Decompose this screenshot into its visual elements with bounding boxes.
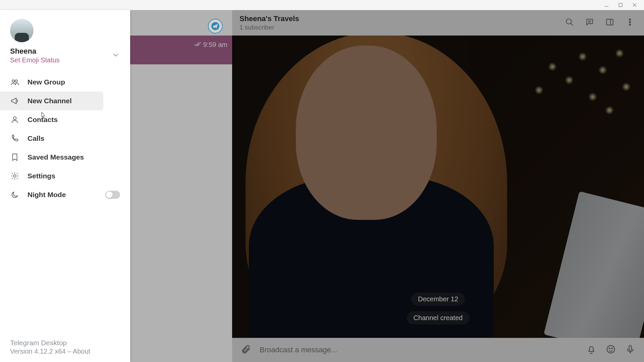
side-panel-button[interactable] bbox=[603, 16, 616, 29]
menu-calls-label: Calls bbox=[28, 134, 44, 142]
menu-saved-label: Saved Messages bbox=[28, 153, 84, 161]
menu-new-group[interactable]: New Group bbox=[0, 73, 130, 92]
microphone-icon bbox=[625, 344, 635, 356]
drawer-footer: Telegram Desktop Version 4.12.2 x64 – Ab… bbox=[0, 339, 130, 362]
channel-avatar-badge bbox=[208, 19, 223, 34]
menu-calls[interactable]: Calls bbox=[0, 129, 130, 148]
gear-icon bbox=[10, 171, 19, 181]
chat-bubble-icon bbox=[585, 18, 594, 28]
svg-rect-21 bbox=[629, 346, 632, 351]
svg-point-17 bbox=[629, 24, 631, 25]
system-message: Channel created bbox=[407, 311, 470, 324]
attach-button[interactable] bbox=[240, 344, 252, 356]
svg-rect-1 bbox=[619, 3, 622, 7]
svg-line-10 bbox=[571, 23, 573, 25]
app-name-label: Telegram Desktop bbox=[10, 339, 120, 347]
megaphone-icon bbox=[10, 96, 19, 106]
moon-icon bbox=[10, 190, 19, 199]
svg-point-8 bbox=[13, 175, 16, 177]
menu-saved-messages[interactable]: Saved Messages bbox=[0, 148, 130, 167]
night-mode-toggle[interactable] bbox=[105, 191, 120, 199]
menu-new-channel[interactable]: New Channel bbox=[0, 92, 103, 110]
svg-point-16 bbox=[629, 21, 631, 23]
date-pill: December 12 bbox=[411, 293, 465, 306]
menu-settings[interactable]: Settings bbox=[0, 167, 130, 185]
chat-subtitle: 1 subscriber bbox=[239, 24, 299, 31]
account-expand-button[interactable] bbox=[111, 51, 120, 61]
kebab-icon bbox=[626, 18, 634, 28]
window-titlebar bbox=[0, 0, 644, 10]
smile-icon bbox=[606, 344, 616, 356]
panel-icon bbox=[605, 18, 614, 28]
set-emoji-status-link[interactable]: Set Emoji Status bbox=[10, 56, 60, 64]
svg-point-18 bbox=[607, 346, 615, 353]
user-avatar[interactable] bbox=[10, 19, 34, 42]
window-close-button[interactable] bbox=[632, 2, 637, 8]
search-button[interactable] bbox=[563, 16, 576, 29]
chat-title: Sheena's Travels bbox=[239, 14, 299, 23]
menu-new-channel-label: New Channel bbox=[28, 97, 72, 105]
menu-contacts-label: Contacts bbox=[28, 116, 58, 124]
read-ticks-icon bbox=[194, 40, 201, 49]
chat-background: December 12 Channel created bbox=[232, 36, 644, 338]
drawer-menu: New Group New Channel Contacts Calls Sav… bbox=[0, 73, 130, 204]
window-minimize-button[interactable] bbox=[604, 2, 609, 8]
chat-header[interactable]: Sheena's Travels 1 subscriber bbox=[232, 10, 644, 36]
main-menu-drawer: Sheena Set Emoji Status New Group New Ch… bbox=[0, 10, 130, 362]
svg-point-9 bbox=[566, 19, 571, 24]
notifications-button[interactable] bbox=[586, 344, 597, 356]
menu-night-mode[interactable]: Night Mode bbox=[0, 185, 130, 204]
app-version-label[interactable]: Version 4.12.2 x64 – About bbox=[10, 348, 120, 355]
more-button[interactable] bbox=[623, 16, 637, 29]
group-icon bbox=[10, 77, 19, 87]
svg-rect-13 bbox=[606, 19, 613, 25]
chat-row-time: 9:59 am bbox=[194, 40, 227, 49]
user-name: Sheena bbox=[10, 47, 60, 56]
svg-point-15 bbox=[629, 19, 631, 20]
app-window: 9:59 am Sheena Set Emoji Status bbox=[0, 0, 644, 362]
svg-point-5 bbox=[12, 80, 14, 82]
window-maximize-button[interactable] bbox=[618, 2, 623, 8]
bell-icon bbox=[586, 344, 596, 356]
menu-night-label: Night Mode bbox=[28, 191, 66, 199]
voice-button[interactable] bbox=[625, 344, 636, 356]
bookmark-icon bbox=[10, 153, 19, 162]
svg-point-20 bbox=[612, 348, 613, 349]
chat-pane: Sheena's Travels 1 subscriber bbox=[232, 10, 644, 362]
chat-row-time-text: 9:59 am bbox=[203, 41, 227, 49]
phone-icon bbox=[10, 134, 19, 143]
comments-button[interactable] bbox=[583, 16, 596, 29]
svg-point-19 bbox=[609, 348, 610, 349]
emoji-button[interactable] bbox=[605, 344, 616, 356]
menu-settings-label: Settings bbox=[28, 172, 55, 180]
search-icon bbox=[565, 18, 574, 28]
menu-contacts[interactable]: Contacts bbox=[0, 110, 130, 129]
svg-point-7 bbox=[13, 117, 16, 120]
message-input[interactable] bbox=[260, 346, 578, 354]
menu-new-group-label: New Group bbox=[28, 78, 65, 86]
svg-point-6 bbox=[15, 80, 17, 82]
message-composer bbox=[232, 338, 644, 362]
person-icon bbox=[10, 115, 19, 124]
paperclip-icon bbox=[241, 344, 251, 356]
